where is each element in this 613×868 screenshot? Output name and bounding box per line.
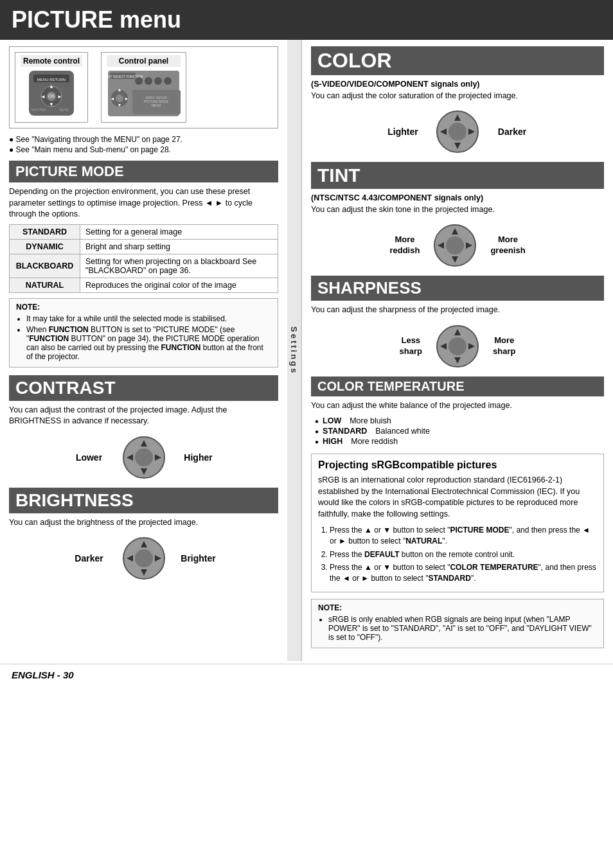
picture-mode-row-label: BLACKBOARD <box>10 254 80 278</box>
color-dpad-area: Lighter Darker <box>311 109 604 154</box>
contrast-dpad-area: Lower Higher <box>9 435 278 480</box>
srgb-step: Press the ▲ or ▼ button to select "COLOR… <box>330 562 597 584</box>
brightness-darker-label: Darker <box>70 553 109 563</box>
color-header: COLOR <box>311 46 604 75</box>
svg-point-36 <box>135 549 153 567</box>
svg-text:▲: ▲ <box>118 87 122 92</box>
picture-mode-row-label: DYNAMIC <box>10 239 80 254</box>
svg-text:SHUTTER: SHUTTER <box>31 108 46 112</box>
tint-section: TINT (NTSC/NTSC 4.43/COMPONENT signals o… <box>311 162 604 268</box>
svg-text:OK: OK <box>48 94 55 98</box>
color-temp-item: HIGH More reddish <box>315 437 604 446</box>
color-temp-body: You can adjust the white balance of the … <box>311 400 604 412</box>
color-temp-section: COLOR TEMPERATURE You can adjust the whi… <box>311 376 604 447</box>
svg-point-54 <box>449 337 466 355</box>
svg-text:◄: ◄ <box>111 96 115 101</box>
contrast-higher-label: Higher <box>179 452 218 463</box>
srgb-note-box: NOTE: sRGB is only enabled when RGB sign… <box>311 599 604 648</box>
srgb-section: Projecting sRGBcompatible pictures sRGB … <box>311 454 604 592</box>
picture-mode-header: PICTURE MODE <box>9 161 278 182</box>
sharpness-header: SHARPNESS <box>311 276 604 301</box>
srgb-steps: Press the ▲ or ▼ button to select "PICTU… <box>318 525 597 584</box>
svg-text:▲: ▲ <box>49 84 54 89</box>
svg-point-48 <box>446 236 464 254</box>
srgb-note-text: sRGB is only enabled when RGB signals ar… <box>328 615 597 642</box>
footer-text: ENGLISH - 30 <box>12 669 74 680</box>
brightness-body: You can adjust the brightness of the pro… <box>9 517 278 529</box>
control-panel-box: Control panel INPUT SELECT FUNCTION INPU… <box>101 52 186 123</box>
brightness-header: BRIGHTNESS <box>9 488 278 513</box>
color-temp-item: LOW More bluish <box>315 416 604 425</box>
remote-control-image: MENU RETURN ▲ ▼ ◄ ► OK SHUTTER MUTE <box>26 69 77 118</box>
page-footer: ENGLISH - 30 <box>0 664 613 686</box>
color-temp-list: LOW More bluishSTANDARD Balanced whiteHI… <box>311 416 604 446</box>
picture-mode-row-desc: Setting for a general image <box>80 224 278 239</box>
svg-point-16 <box>145 77 152 85</box>
contrast-section: CONTRAST You can adjust the contrast of … <box>9 375 278 480</box>
picture-mode-row-label: STANDARD <box>10 224 80 239</box>
picture-mode-row-desc: Bright and sharp setting <box>80 239 278 254</box>
control-panel-image: INPUT SELECT FUNCTION INPUT SETUP PICTUR… <box>107 69 181 118</box>
remote-note2: ● See "Main menu and Sub-menu" on page 2… <box>9 145 278 154</box>
color-lighter-label: Lighter <box>384 127 422 137</box>
tint-body-bold: (NTSC/NTSC 4.43/COMPONENT signals only) <box>311 193 483 202</box>
svg-text:MENU: MENU <box>152 103 161 107</box>
color-temp-header: COLOR TEMPERATURE <box>311 376 604 396</box>
picture-mode-section: PICTURE MODE Depending on the projection… <box>9 161 278 368</box>
tint-dpad-area: More reddish More greenish <box>311 223 604 268</box>
srgb-body: sRGB is an international color reproduct… <box>318 475 597 520</box>
remote-control-area: Remote control MENU RETURN ▲ ▼ ◄ ► <box>9 46 278 128</box>
contrast-dpad <box>121 435 166 480</box>
svg-text:▼: ▼ <box>49 102 54 107</box>
tint-header: TINT <box>311 162 604 189</box>
svg-point-24 <box>116 94 123 102</box>
sidebar-strip: Settings <box>287 40 301 661</box>
srgb-note-title: NOTE: <box>318 603 597 612</box>
brightness-section: BRIGHTNESS You can adjust the brightness… <box>9 488 278 581</box>
page-title-bar: PICTURE menu <box>0 0 613 40</box>
picture-mode-intro: Depending on the projection environment,… <box>9 186 278 220</box>
svg-text:◄: ◄ <box>40 94 46 100</box>
picture-mode-table: STANDARDSetting for a general imageDYNAM… <box>9 224 278 293</box>
contrast-header: CONTRAST <box>9 375 278 401</box>
brightness-dpad <box>121 536 166 581</box>
sharpness-less-label: Less sharp <box>400 335 422 357</box>
svg-text:▼: ▼ <box>118 103 122 107</box>
note-item: When FUNCTION BUTTON is set to "PICTURE … <box>26 325 271 361</box>
brightness-dpad-area: Darker Brighter <box>9 536 278 581</box>
remote-control-box: Remote control MENU RETURN ▲ ▼ ◄ ► <box>15 52 88 123</box>
picture-mode-row-desc: Setting for when projecting on a blackbo… <box>80 254 278 278</box>
svg-point-17 <box>154 77 162 85</box>
tint-reddish-label: More reddish <box>389 235 420 256</box>
brightness-brighter-label: Brighter <box>179 553 218 563</box>
svg-text:MENU  RETURN: MENU RETURN <box>37 78 66 82</box>
sharpness-dpad <box>435 324 480 369</box>
remote-control-label: Remote control <box>21 55 82 67</box>
color-intro: (S-VIDEO/VIDEO/COMPONENT signals only) Y… <box>311 79 604 102</box>
sidebar-label: Settings <box>289 326 299 375</box>
svg-point-30 <box>135 448 153 466</box>
control-panel-label: Control panel <box>107 55 181 67</box>
note-item: It may take for a while until the select… <box>26 314 271 323</box>
sharpness-section: SHARPNESS You can adjust the sharpness o… <box>311 276 604 369</box>
srgb-title: Projecting sRGBcompatible pictures <box>318 459 597 471</box>
sharpness-dpad-area: Less sharp More sharp <box>311 324 604 369</box>
sharpness-more-label: More sharp <box>493 335 515 357</box>
color-darker-label: Darker <box>493 127 531 137</box>
picture-mode-row-desc: Reproduces the original color of the ima… <box>80 278 278 292</box>
svg-point-18 <box>164 77 172 85</box>
remote-note1: ● See "Navigating through the MENU" on p… <box>9 135 278 144</box>
tint-dpad <box>432 223 477 268</box>
contrast-body: You can adjust the contrast of the proje… <box>9 405 278 427</box>
srgb-step: Press the DEFAULT button on the remote c… <box>330 549 597 560</box>
color-section: COLOR (S-VIDEO/VIDEO/COMPONENT signals o… <box>311 46 604 154</box>
page-title: PICTURE menu <box>12 6 181 33</box>
svg-text:MUTE: MUTE <box>60 108 69 112</box>
srgb-step: Press the ▲ or ▼ button to select "PICTU… <box>330 525 597 547</box>
color-temp-item: STANDARD Balanced white <box>315 427 604 436</box>
color-body-bold: (S-VIDEO/VIDEO/COMPONENT signals only) <box>311 80 480 89</box>
color-dpad <box>435 109 480 154</box>
svg-point-42 <box>449 123 466 141</box>
note-title: NOTE: <box>16 303 271 312</box>
sharpness-body: You can adjust the sharpness of the proj… <box>311 305 604 316</box>
